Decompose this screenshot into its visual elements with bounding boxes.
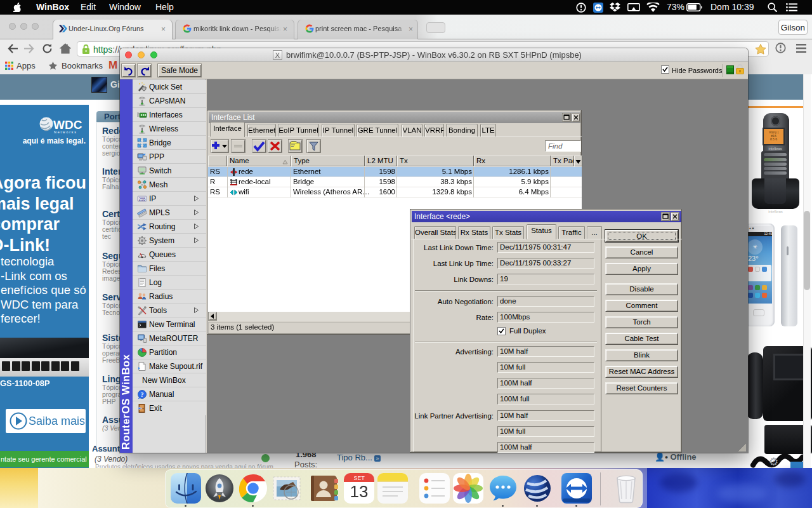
svg-text:WDC: WDC: [53, 118, 82, 131]
svg-text:Networks: Networks: [54, 130, 77, 134]
svg-text:13: 13: [350, 482, 369, 501]
svg-text:255: 255: [139, 197, 146, 201]
svg-text:SET: SET: [353, 475, 365, 481]
svg-text:?: ?: [141, 391, 144, 398]
